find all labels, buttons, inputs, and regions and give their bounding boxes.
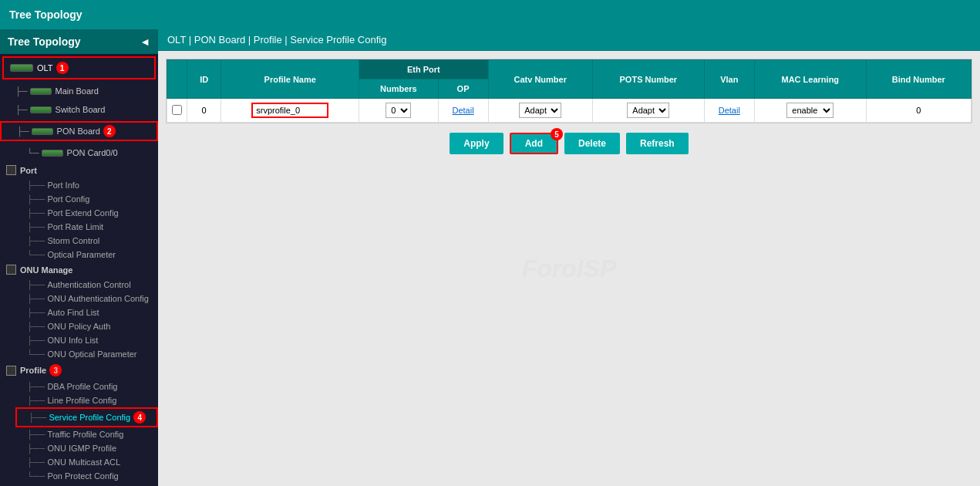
pots-select[interactable]: Adapt 0 2 (627, 103, 669, 118)
menu-item-optical-parameter[interactable]: └──Optical Parameter (15, 248, 158, 262)
main-board-icon (30, 88, 52, 95)
olt-label: OLT (37, 63, 53, 73)
olt-icon (10, 64, 33, 72)
sidebar-item-switch-board[interactable]: ├─ Switch Board (0, 103, 158, 116)
menu-item-port-rate-limit[interactable]: ├──Port Rate Limit (15, 220, 158, 234)
content-area: OLT | PON Board | Profile | Service Prof… (158, 29, 980, 486)
menu-item-onu-info-list[interactable]: ├──ONU Info List (15, 333, 158, 347)
app-header: Tree Topology (0, 0, 980, 29)
apply-button[interactable]: Apply (450, 133, 503, 154)
tree-node-pon-card: └─ PON Card0/0 (0, 143, 158, 162)
menu-item-onu-policy-auth[interactable]: ├──ONU Policy Auth (15, 319, 158, 333)
tree-node-switch-board: ├─ Switch Board (0, 100, 158, 119)
th-id: ID (187, 60, 221, 99)
row-mac-learning-cell: enable disable (754, 99, 866, 123)
row-id: 0 (187, 99, 221, 123)
th-vlan: Vlan (704, 60, 754, 99)
profile-checkbox[interactable] (6, 366, 16, 376)
port-checkbox[interactable] (6, 165, 16, 175)
badge-2: 2 (103, 125, 116, 137)
breadcrumb-pon-board: PON Board (194, 34, 245, 46)
menu-item-auto-find-list[interactable]: ├──Auto Find List (15, 305, 158, 319)
menu-item-onu-auth-config[interactable]: ├──ONU Authentication Config (15, 292, 158, 305)
badge-1: 1 (56, 62, 69, 74)
menu-item-onu-multicast-acl[interactable]: ├──ONU Multicast ACL (15, 455, 158, 469)
port-section-items: ├──Port Info ├──Port Config ├──Port Exte… (0, 178, 158, 262)
section-onu-manage[interactable]: ONU Manage (0, 262, 158, 278)
row-profile-name-cell (221, 99, 359, 123)
connector: ├─ (15, 105, 28, 114)
catv-select[interactable]: Adapt 0 1 (519, 103, 561, 118)
breadcrumb-olt: OLT (167, 34, 186, 46)
menu-item-onu-optical-param[interactable]: └──ONU Optical Parameter (15, 347, 158, 361)
watermark: ForoISP (522, 255, 617, 283)
vlan-detail-link[interactable]: Detail (719, 106, 740, 115)
th-eth-op: OP (438, 79, 488, 99)
pon-card-label: PON Card0/0 (67, 148, 118, 157)
menu-item-traffic-profile[interactable]: ├──Traffic Profile Config (15, 427, 158, 441)
sidebar-item-olt[interactable]: OLT 1 (2, 56, 156, 79)
th-mac-learning: MAC Learning (754, 60, 866, 99)
main-board-label: Main Board (56, 86, 99, 96)
menu-item-port-config[interactable]: ├──Port Config (15, 192, 158, 206)
collapse-icon: ◄ (140, 35, 150, 48)
sidebar: Tree Topology ◄ OLT 1 ├─ Main Board ├─ (0, 29, 158, 486)
main-layout: Tree Topology ◄ OLT 1 ├─ Main Board ├─ (0, 29, 980, 486)
profile-section-items: ├──DBA Profile Config ├──Line Profile Co… (0, 380, 158, 483)
menu-item-onu-igmp-profile[interactable]: ├──ONU IGMP Profile (15, 441, 158, 455)
badge-3: 3 (49, 364, 62, 376)
delete-button[interactable]: Delete (564, 133, 620, 154)
th-catv-number: Catv Number (488, 60, 592, 99)
section-profile[interactable]: Profile 3 (0, 361, 158, 380)
menu-item-storm-control[interactable]: ├──Storm Control (15, 234, 158, 248)
row-checkbox-cell[interactable] (167, 99, 187, 123)
sidebar-item-pon-card[interactable]: └─ PON Card0/0 (0, 146, 158, 160)
breadcrumb-service-profile-config: Service Profile Config (290, 34, 386, 46)
menu-item-auth-control[interactable]: ├──Authentication Control (15, 278, 158, 292)
onu-manage-checkbox[interactable] (6, 265, 16, 275)
breadcrumb-sep1: | (189, 34, 191, 46)
row-checkbox[interactable] (172, 105, 182, 115)
connector: ├─ (15, 86, 28, 96)
section-port[interactable]: Port (0, 162, 158, 178)
th-profile-name: Profile Name (221, 60, 359, 99)
switch-board-icon (30, 106, 52, 113)
menu-item-dba-profile[interactable]: ├──DBA Profile Config (15, 380, 158, 393)
onu-manage-section-items: ├──Authentication Control ├──ONU Authent… (0, 278, 158, 361)
table-row: 0 0 1 2 4 8 (167, 99, 972, 123)
eth-detail-link[interactable]: Detail (452, 106, 473, 115)
th-checkbox (167, 60, 187, 99)
sidebar-item-pon-board[interactable]: ├─ PON Board 2 (0, 121, 158, 141)
menu-item-service-profile[interactable]: ├── Service Profile Config 4 (15, 407, 158, 427)
app-title: Tree Topology (9, 8, 83, 21)
sidebar-title[interactable]: Tree Topology ◄ (0, 29, 158, 54)
pon-card-icon (42, 150, 63, 157)
breadcrumb: OLT | PON Board | Profile | Service Prof… (158, 29, 980, 51)
add-button[interactable]: Add 5 (510, 133, 558, 154)
mac-learning-select[interactable]: enable disable (786, 103, 834, 118)
sidebar-item-main-board[interactable]: ├─ Main Board (0, 84, 158, 98)
row-catv-cell: Adapt 0 1 (488, 99, 592, 123)
connector: └─ (27, 148, 39, 157)
refresh-button[interactable]: Refresh (626, 133, 689, 154)
menu-item-pon-protect[interactable]: └──Pon Protect Config (15, 469, 158, 483)
switch-board-label: Switch Board (56, 105, 106, 114)
th-eth-numbers: Numbers (359, 79, 438, 99)
menu-item-port-info[interactable]: ├──Port Info (15, 178, 158, 192)
onu-manage-section-label: ONU Manage (20, 265, 72, 275)
eth-numbers-select[interactable]: 0 1 2 4 8 (386, 103, 411, 118)
button-row: Apply Add 5 Delete Refresh (166, 123, 972, 164)
th-pots-number: POTS Number (592, 60, 704, 99)
menu-item-line-profile[interactable]: ├──Line Profile Config (15, 393, 158, 407)
connector: ├─ (17, 127, 29, 136)
th-bind-number: Bind Number (866, 60, 971, 99)
breadcrumb-sep3: | (285, 34, 287, 46)
badge-4: 4 (133, 411, 146, 424)
row-eth-numbers-cell: 0 1 2 4 8 (359, 99, 438, 123)
menu-item-port-extend-config[interactable]: ├──Port Extend Config (15, 206, 158, 220)
watermark-text: ForoISP (522, 255, 617, 283)
row-vlan-cell: Detail (704, 99, 754, 123)
profile-name-input[interactable] (251, 103, 328, 118)
port-section-label: Port (20, 166, 37, 175)
tree-node-pon-board: ├─ PON Board 2 (0, 119, 158, 143)
